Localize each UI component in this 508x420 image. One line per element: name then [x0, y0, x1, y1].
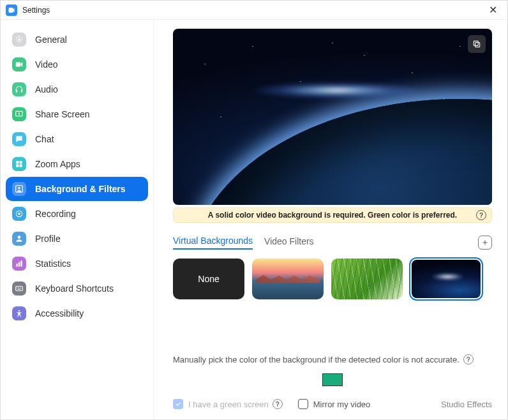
sidebar-item-label: Video — [35, 59, 58, 70]
svg-rect-18 — [19, 287, 19, 288]
title-bar: Settings ✕ — [1, 1, 507, 20]
sidebar-item-label: Zoom Apps — [35, 159, 80, 169]
accessibility-icon — [12, 306, 26, 320]
sidebar-item-audio[interactable]: Audio — [6, 77, 148, 101]
background-option-bridge[interactable] — [252, 259, 324, 299]
sidebar-item-label: Accessibility — [35, 308, 84, 319]
background-thumbnails: None — [173, 259, 492, 299]
svg-rect-15 — [20, 260, 22, 266]
svg-point-11 — [18, 213, 20, 215]
svg-point-9 — [18, 187, 20, 190]
sidebar-item-label: Statistics — [35, 259, 71, 269]
add-background-button[interactable] — [478, 236, 492, 250]
sidebar-item-label: Share Screen — [35, 109, 90, 119]
sidebar: General Video Audio Share Screen Chat Zo… — [1, 20, 154, 419]
share-screen-icon — [12, 107, 26, 121]
window-title: Settings — [22, 6, 50, 15]
sidebar-item-label: Profile — [35, 234, 61, 244]
svg-rect-22 — [474, 41, 478, 45]
sidebar-item-statistics[interactable]: Statistics — [6, 251, 148, 276]
tab-virtual-backgrounds[interactable]: Virtual Backgrounds — [173, 236, 253, 250]
tab-video-filters[interactable]: Video Filters — [264, 236, 314, 249]
svg-rect-14 — [19, 262, 20, 267]
sidebar-item-label: General — [35, 34, 67, 45]
svg-rect-1 — [16, 90, 17, 93]
statistics-icon — [12, 257, 26, 271]
svg-rect-17 — [17, 287, 18, 288]
sidebar-item-profile[interactable]: Profile — [6, 227, 148, 251]
green-screen-label: I have a green screen — [188, 400, 269, 409]
svg-rect-13 — [16, 264, 17, 267]
sidebar-item-chat[interactable]: Chat — [6, 127, 148, 151]
svg-rect-20 — [18, 289, 21, 290]
video-preview — [173, 29, 492, 205]
studio-effects-link[interactable]: Studio Effects — [441, 400, 492, 409]
svg-rect-5 — [20, 161, 22, 163]
svg-rect-7 — [20, 165, 22, 167]
svg-point-12 — [18, 236, 21, 239]
mirror-video-checkbox[interactable] — [298, 399, 308, 409]
apps-icon — [12, 157, 26, 171]
background-color-swatch[interactable] — [322, 373, 343, 386]
svg-rect-23 — [475, 43, 480, 47]
zoom-app-icon — [6, 4, 17, 16]
sidebar-item-label: Audio — [35, 84, 58, 94]
svg-rect-4 — [16, 161, 19, 163]
sidebar-item-zoom-apps[interactable]: Zoom Apps — [6, 152, 148, 176]
main-content: A solid color video background is requir… — [154, 20, 507, 419]
background-option-earth[interactable] — [410, 259, 482, 299]
background-option-grass[interactable] — [331, 259, 403, 299]
sidebar-item-label: Keyboard Shortcuts — [35, 283, 114, 294]
sidebar-item-general[interactable]: General — [6, 27, 148, 52]
sidebar-item-share-screen[interactable]: Share Screen — [6, 102, 148, 126]
profile-icon — [12, 232, 26, 246]
close-button[interactable]: ✕ — [483, 1, 502, 20]
gear-icon — [12, 33, 26, 47]
record-icon — [12, 207, 26, 221]
sidebar-item-label: Recording — [35, 209, 76, 219]
notice-banner: A solid color video background is requir… — [173, 207, 492, 223]
chat-icon — [12, 132, 26, 146]
svg-rect-6 — [16, 165, 19, 167]
headphones-icon — [12, 82, 26, 96]
background-icon — [12, 182, 26, 196]
green-screen-checkbox[interactable] — [173, 399, 183, 409]
svg-point-0 — [18, 38, 20, 41]
sidebar-item-label: Chat — [35, 134, 54, 144]
help-icon[interactable]: ? — [463, 354, 474, 364]
mirror-video-label: Mirror my video — [313, 400, 371, 409]
expand-preview-button[interactable] — [468, 35, 486, 53]
help-icon[interactable]: ? — [273, 399, 283, 409]
svg-rect-2 — [21, 90, 22, 93]
video-icon — [12, 57, 26, 71]
background-option-none[interactable]: None — [173, 259, 244, 299]
manual-pick-label: Manually pick the color of the backgroun… — [173, 355, 459, 364]
sidebar-item-label: Background & Filters — [35, 184, 126, 194]
svg-rect-16 — [16, 287, 23, 291]
sidebar-item-keyboard-shortcuts[interactable]: Keyboard Shortcuts — [6, 276, 148, 301]
svg-rect-19 — [20, 287, 20, 288]
help-icon[interactable]: ? — [476, 210, 486, 220]
sidebar-item-recording[interactable]: Recording — [6, 202, 148, 226]
notice-text: A solid color video background is requir… — [208, 211, 457, 220]
sidebar-item-background-filters[interactable]: Background & Filters — [6, 177, 148, 201]
sidebar-item-accessibility[interactable]: Accessibility — [6, 301, 148, 326]
svg-point-21 — [19, 310, 20, 311]
sidebar-item-video[interactable]: Video — [6, 52, 148, 77]
keyboard-icon — [12, 281, 26, 296]
